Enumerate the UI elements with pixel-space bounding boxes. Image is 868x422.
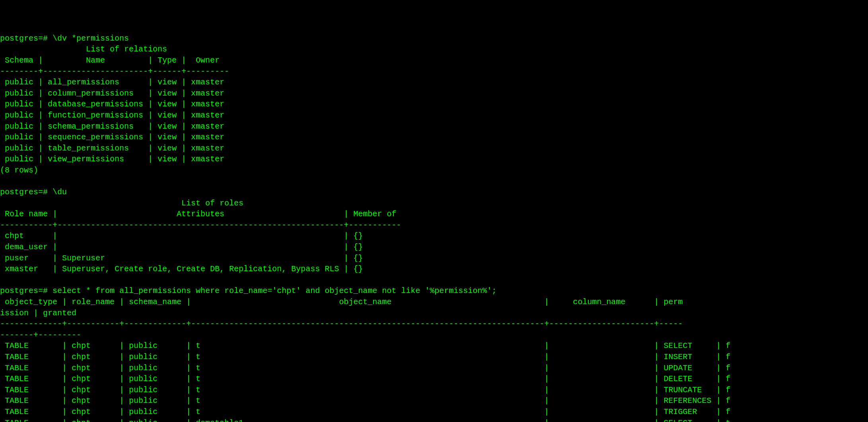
query-row: TABLE | chpt | public | t | | INSERT | f: [0, 352, 730, 361]
roles-row: puser | Superuser | {}: [0, 254, 363, 263]
command-1: \dv *permissions: [53, 34, 129, 43]
roles-header: Role name | Attributes | Member of: [5, 209, 401, 219]
relations-row: public | column_permissions | view | xma…: [0, 89, 224, 98]
query-row: TABLE | chpt | public | t | | DELETE | f: [0, 374, 730, 383]
prompt: postgres=#: [0, 188, 48, 197]
roles-title: List of roles: [181, 199, 243, 208]
prompt: postgres=#: [0, 34, 48, 43]
relations-header: Schema | Name | Type | Owner: [5, 56, 229, 65]
query-row: TABLE | chpt | public | t | | TRIGGER | …: [0, 407, 730, 416]
roles-row: chpt | | {}: [0, 231, 363, 240]
relations-row: public | table_permissions | view | xmas…: [0, 144, 224, 153]
relations-title: List of relations: [86, 45, 167, 54]
query-row: TABLE | chpt | public | t | | SELECT | f: [0, 341, 730, 350]
query-header-line2: ission | granted: [0, 309, 81, 318]
prompt: postgres=#: [0, 286, 48, 295]
terminal-output[interactable]: postgres=# \dv *permissions List of rela…: [0, 33, 868, 422]
command-2: \du: [53, 188, 67, 197]
query-divider-cont: -------+---------: [0, 330, 81, 340]
roles-row: dema_user | | {}: [0, 242, 363, 252]
relations-footer: (8 rows): [0, 166, 38, 175]
relations-divider: --------+----------------------+------+-…: [0, 67, 229, 76]
roles-divider: -----------+----------------------------…: [0, 221, 401, 230]
query-row: TABLE | chpt | public | t | | TRUNCATE |…: [0, 385, 730, 395]
query-header-line1: object_type | role_name | schema_name | …: [0, 297, 683, 307]
command-3: select * from all_permissions where role…: [53, 286, 496, 295]
query-row: TABLE | chpt | public | demotable1 | | S…: [0, 418, 730, 422]
query-row: TABLE | chpt | public | t | | REFERENCES…: [0, 396, 730, 405]
relations-row: public | database_permissions | view | x…: [0, 100, 224, 109]
roles-row: xmaster | Superuser, Create role, Create…: [0, 264, 363, 274]
relations-row: public | schema_permissions | view | xma…: [0, 122, 224, 131]
relations-row: public | view_permissions | view | xmast…: [0, 154, 224, 164]
relations-row: public | sequence_permissions | view | x…: [0, 133, 224, 142]
relations-row: public | all_permissions | view | xmaste…: [0, 78, 224, 87]
relations-row: public | function_permissions | view | x…: [0, 111, 224, 120]
query-row: TABLE | chpt | public | t | | UPDATE | f: [0, 363, 730, 373]
query-divider: -------------+-----------+-------------+…: [0, 319, 683, 328]
